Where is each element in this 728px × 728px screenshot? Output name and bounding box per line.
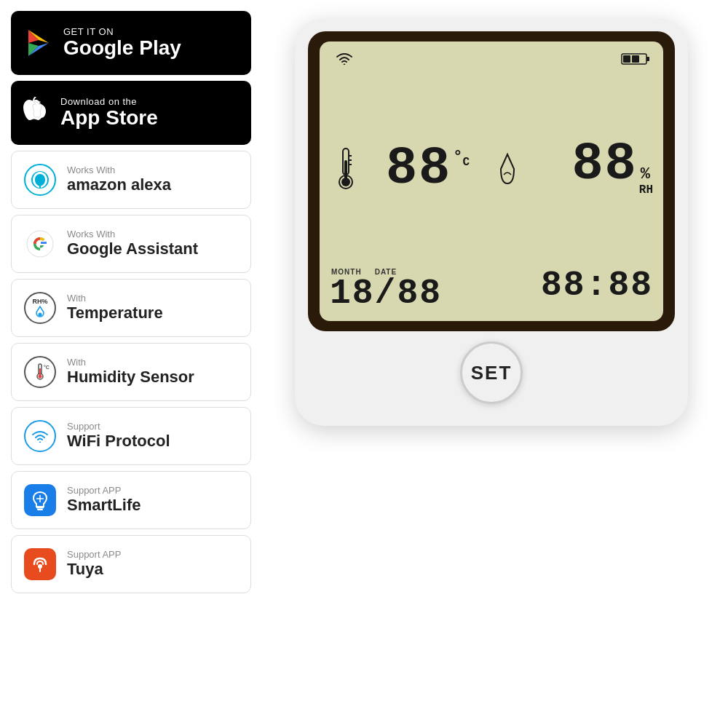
alexa-icon bbox=[23, 163, 57, 197]
feature-temperature: RH% With Temperature bbox=[11, 279, 251, 337]
google-assistant-icon bbox=[23, 227, 57, 261]
feature-tuya: Support APP Tuya bbox=[11, 535, 251, 593]
svg-rect-17 bbox=[36, 507, 44, 509]
alexa-main: amazon alexa bbox=[67, 175, 171, 194]
humidity-value: 88 bbox=[571, 138, 637, 191]
alexa-sub: Works With bbox=[67, 165, 171, 175]
temperature-text: With Temperature bbox=[67, 293, 163, 323]
google-assistant-text: Works With Google Assistant bbox=[67, 229, 198, 258]
feature-google-assistant: Works With Google Assistant bbox=[11, 215, 251, 273]
google-play-main: Google Play bbox=[63, 37, 181, 60]
app-store-main: App Store bbox=[60, 107, 158, 130]
time-value: 88:88 bbox=[541, 268, 653, 303]
feature-alexa: Works With amazon alexa bbox=[11, 151, 251, 209]
svg-point-30 bbox=[341, 178, 350, 186]
svg-rect-24 bbox=[646, 57, 649, 61]
svg-rect-18 bbox=[37, 509, 43, 510]
smartlife-main: SmartLife bbox=[67, 496, 141, 515]
temperature-sub: With bbox=[67, 293, 163, 304]
alexa-text: Works With amazon alexa bbox=[67, 165, 171, 194]
wifi-text: Support WiFi Protocol bbox=[67, 421, 170, 451]
humidity-drop-icon bbox=[494, 151, 521, 186]
date-value: 18/88 bbox=[330, 276, 491, 311]
tuya-sub: Support APP bbox=[67, 549, 121, 560]
humid-percent: % bbox=[641, 165, 650, 183]
readings-row: 88 °C 88 % RH bbox=[330, 72, 653, 265]
feature-smartlife: Support APP SmartLife bbox=[11, 471, 251, 529]
humidity-sub: With bbox=[67, 357, 194, 368]
wifi-main: WiFi Protocol bbox=[67, 432, 170, 451]
temp-value: 88 bbox=[386, 143, 451, 195]
svg-point-11 bbox=[39, 312, 42, 316]
wifi-protocol-icon bbox=[23, 419, 57, 453]
temperature-main: Temperature bbox=[67, 304, 163, 323]
temp-unit: °C bbox=[453, 149, 470, 169]
set-button[interactable]: SET bbox=[460, 341, 523, 404]
app-store-badge[interactable]: Download on the App Store bbox=[11, 81, 251, 145]
svg-rect-29 bbox=[344, 160, 347, 181]
svg-rect-26 bbox=[632, 55, 639, 63]
right-column: 88 °C 88 % RH bbox=[266, 11, 717, 426]
humidity-text: With Humidity Sensor bbox=[67, 357, 194, 387]
humid-rh-label: RH bbox=[639, 183, 653, 197]
lcd-screen: 88 °C 88 % RH bbox=[308, 31, 675, 331]
rh-temp-icon: RH% bbox=[23, 291, 57, 325]
tuya-text: Support APP Tuya bbox=[67, 549, 121, 579]
left-column: GET IT ON Google Play Download on the A bbox=[11, 11, 251, 593]
wifi-signal-icon bbox=[333, 50, 356, 68]
apple-icon bbox=[23, 97, 52, 129]
google-assistant-main: Google Assistant bbox=[67, 240, 198, 258]
thermometer-celsius-icon: °C bbox=[23, 355, 57, 389]
device: 88 °C 88 % RH bbox=[295, 18, 688, 426]
wifi-sub: Support bbox=[67, 421, 170, 432]
google-play-badge[interactable]: GET IT ON Google Play bbox=[11, 11, 251, 75]
temperature-display: 88 °C bbox=[362, 143, 494, 195]
smartlife-text: Support APP SmartLife bbox=[67, 485, 141, 515]
svg-text:°C: °C bbox=[44, 365, 50, 370]
set-button-label[interactable]: SET bbox=[471, 362, 513, 384]
smartlife-sub: Support APP bbox=[67, 485, 141, 496]
google-assistant-sub: Works With bbox=[67, 229, 198, 240]
screen-top-bar bbox=[330, 49, 653, 69]
time-section: 88:88 bbox=[491, 268, 653, 303]
google-play-text: GET IT ON Google Play bbox=[63, 26, 181, 60]
feature-humidity: °C With Humidity Sensor bbox=[11, 343, 251, 401]
battery-icon bbox=[621, 52, 650, 66]
app-store-text: Download on the App Store bbox=[60, 96, 158, 130]
humidity-display: 88 % RH bbox=[521, 138, 653, 199]
google-play-sub: GET IT ON bbox=[63, 26, 181, 37]
feature-wifi: Support WiFi Protocol bbox=[11, 407, 251, 465]
svg-rect-25 bbox=[623, 55, 630, 63]
google-play-icon bbox=[23, 27, 55, 59]
svg-point-15 bbox=[39, 375, 42, 379]
date-section: MONTH DATE 18/88 bbox=[330, 268, 491, 311]
tuya-icon bbox=[23, 547, 57, 581]
app-store-sub: Download on the bbox=[60, 96, 158, 107]
datetime-row: MONTH DATE 18/88 88:88 bbox=[330, 268, 653, 314]
humidity-main: Humidity Sensor bbox=[67, 368, 194, 387]
thermometer-display-icon bbox=[330, 146, 362, 192]
smartlife-icon bbox=[23, 483, 57, 517]
set-button-wrap: SET bbox=[460, 341, 523, 404]
tuya-main: Tuya bbox=[67, 560, 121, 579]
screen-inner: 88 °C 88 % RH bbox=[320, 41, 663, 321]
